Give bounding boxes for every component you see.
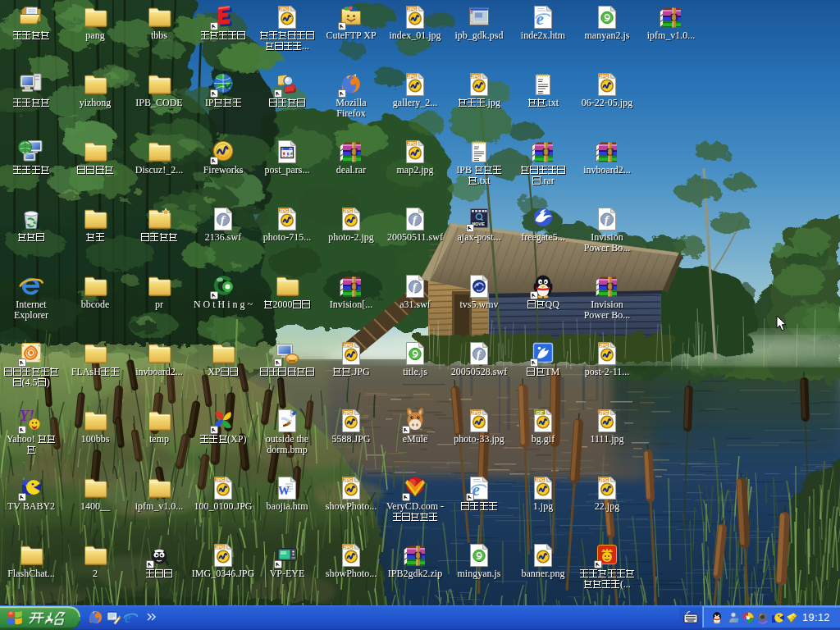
svg-text:e: e (125, 609, 131, 625)
